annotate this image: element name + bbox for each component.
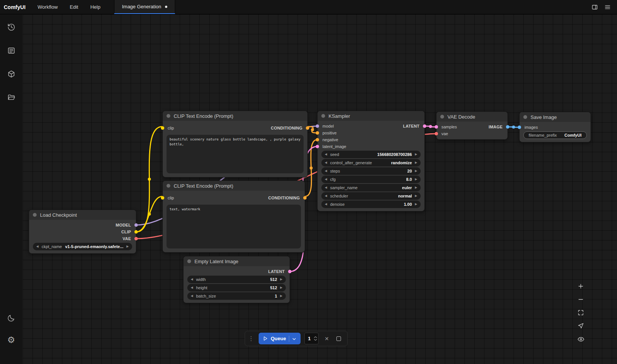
select-mode-button[interactable] (575, 321, 586, 331)
collapse-dot[interactable] (167, 184, 170, 188)
menu-edit[interactable]: Edit (64, 0, 84, 14)
decrement-arrow-icon[interactable]: ◀ (325, 203, 327, 206)
sidebar-item-model-library[interactable] (4, 66, 19, 82)
zoom-in-button[interactable] (575, 281, 586, 292)
batch-count-input[interactable]: 1 (304, 333, 319, 344)
input-port-latent-image[interactable] (316, 145, 319, 148)
widget-batch-size[interactable]: ◀ batch_size 1 ▶ (187, 292, 286, 300)
fit-view-button[interactable] (575, 307, 586, 318)
increment-arrow-icon[interactable]: ▶ (415, 170, 417, 173)
input-port-samples[interactable] (435, 125, 438, 129)
node-load-checkpoint[interactable]: Load Checkpoint MODEL CLIP VAE ◀ ckpt_na… (29, 210, 136, 254)
widget-control-after-generate[interactable]: ◀ control_after_generate randomize ▶ (321, 159, 421, 167)
collapse-dot[interactable] (523, 115, 527, 119)
node-header[interactable]: Empty Latent Image (184, 256, 290, 266)
increment-arrow-icon[interactable]: ▶ (280, 286, 282, 289)
next-value-arrow-icon[interactable]: ▶ (126, 245, 129, 248)
node-clip-text-encode-negative[interactable]: CLIP Text Encode (Prompt) clip CONDITION… (162, 180, 305, 253)
node-header[interactable]: CLIP Text Encode (Prompt) (163, 181, 305, 191)
panel-toggle-button[interactable] (589, 2, 600, 13)
menu-workflow[interactable]: Workflow (32, 0, 64, 14)
node-save-image[interactable]: Save Image images filename_prefix ComfyU… (519, 112, 591, 142)
node-header[interactable]: VAE Decode (437, 112, 507, 122)
widget-steps[interactable]: ◀ steps 20 ▶ (321, 167, 421, 175)
prev-value-arrow-icon[interactable]: ◀ (325, 161, 327, 164)
decrement-arrow-icon[interactable]: ◀ (191, 278, 193, 281)
node-clip-text-encode-positive[interactable]: CLIP Text Encode (Prompt) clip CONDITION… (162, 111, 308, 177)
collapse-dot[interactable] (187, 259, 191, 263)
sidebar-item-workflows[interactable] (4, 90, 19, 105)
output-port-model[interactable] (134, 224, 138, 227)
queue-options-dropdown[interactable] (289, 336, 299, 342)
queue-button[interactable]: Queue (259, 333, 301, 344)
app-logo[interactable]: ComfyUI (0, 4, 32, 10)
toggle-link-visibility-button[interactable] (575, 334, 586, 344)
decrement-arrow-icon[interactable]: ◀ (325, 153, 327, 156)
output-port-latent[interactable] (423, 125, 426, 128)
node-header[interactable]: KSampler (318, 111, 424, 121)
input-port-negative[interactable] (316, 138, 319, 142)
input-port-model[interactable] (316, 125, 319, 128)
stepper-up-icon[interactable] (314, 336, 317, 338)
decrement-arrow-icon[interactable]: ◀ (191, 286, 193, 289)
hamburger-menu-button[interactable] (602, 2, 613, 13)
node-header[interactable]: CLIP Text Encode (Prompt) (163, 111, 307, 121)
decrement-arrow-icon[interactable]: ◀ (325, 178, 327, 181)
increment-arrow-icon[interactable]: ▶ (415, 203, 417, 206)
next-value-arrow-icon[interactable]: ▶ (415, 186, 417, 189)
collapse-dot[interactable] (440, 115, 444, 119)
widget-width[interactable]: ◀ width 512 ▶ (187, 276, 286, 283)
next-value-arrow-icon[interactable]: ▶ (415, 161, 417, 164)
stepper-down-icon[interactable] (314, 339, 317, 341)
widget-height[interactable]: ◀ height 512 ▶ (187, 284, 286, 292)
input-port-clip[interactable] (161, 196, 164, 200)
widget-scheduler[interactable]: ◀ scheduler normal ▶ (321, 192, 421, 200)
drag-handle[interactable]: ⋮ (247, 335, 255, 342)
prompt-textarea[interactable]: text, watermark (167, 205, 301, 248)
output-port-vae[interactable] (134, 237, 138, 241)
decrement-arrow-icon[interactable]: ◀ (325, 170, 327, 173)
node-empty-latent-image[interactable]: Empty Latent Image LATENT ◀ width 512 ▶ … (183, 256, 290, 303)
settings-button[interactable]: ⚙ (4, 332, 19, 347)
decrement-arrow-icon[interactable]: ◀ (191, 295, 193, 298)
output-port-conditioning[interactable] (306, 126, 309, 130)
node-vae-decode[interactable]: VAE Decode samples IMAGE vae (436, 111, 508, 140)
output-port-latent[interactable] (288, 270, 292, 273)
sidebar-item-history[interactable] (4, 20, 19, 35)
widget-seed[interactable]: ◀ seed 156680208700286 ▶ (321, 151, 421, 158)
collapse-dot[interactable] (33, 213, 37, 217)
input-port-positive[interactable] (316, 131, 319, 135)
node-header[interactable]: Save Image (520, 112, 591, 122)
increment-arrow-icon[interactable]: ▶ (415, 178, 417, 181)
widget-denoise[interactable]: ◀ denoise 1.00 ▶ (321, 201, 421, 208)
output-port-image[interactable] (506, 125, 509, 129)
prev-value-arrow-icon[interactable]: ◀ (325, 194, 327, 197)
widget-filename-prefix[interactable]: filename_prefix ComfyUI (523, 131, 587, 139)
cancel-run-button[interactable]: ✕ (322, 335, 331, 343)
widget-cfg[interactable]: ◀ cfg 8.0 ▶ (321, 176, 421, 183)
tab-image-generation[interactable]: Image Generation (114, 0, 175, 14)
increment-arrow-icon[interactable]: ▶ (415, 153, 417, 156)
input-port-clip[interactable] (161, 126, 164, 130)
zoom-out-button[interactable] (575, 294, 586, 305)
widget-sampler-name[interactable]: ◀ sampler_name euler ▶ (321, 184, 421, 191)
node-header[interactable]: Load Checkpoint (29, 210, 136, 220)
prev-value-arrow-icon[interactable]: ◀ (36, 245, 39, 248)
prev-value-arrow-icon[interactable]: ◀ (325, 186, 327, 189)
node-ksampler[interactable]: KSampler model LATENT positive negative … (317, 111, 425, 211)
stop-button[interactable] (335, 335, 343, 343)
menu-help[interactable]: Help (84, 0, 106, 14)
collapse-dot[interactable] (167, 114, 170, 118)
output-port-clip[interactable] (134, 230, 138, 234)
theme-toggle-button[interactable] (4, 310, 19, 325)
increment-arrow-icon[interactable]: ▶ (280, 295, 282, 298)
collapse-dot[interactable] (321, 114, 325, 118)
prompt-textarea[interactable]: beautiful scenery nature glass bottle la… (167, 135, 304, 173)
widget-ckpt-name[interactable]: ◀ ckpt_name v1-5-pruned-emaonly.safete..… (33, 243, 132, 250)
increment-arrow-icon[interactable]: ▶ (280, 278, 282, 281)
output-port-conditioning[interactable] (303, 196, 307, 200)
next-value-arrow-icon[interactable]: ▶ (415, 194, 417, 197)
sidebar-item-queue[interactable] (4, 43, 19, 58)
input-port-vae[interactable] (435, 132, 438, 136)
input-port-images[interactable] (518, 126, 521, 129)
